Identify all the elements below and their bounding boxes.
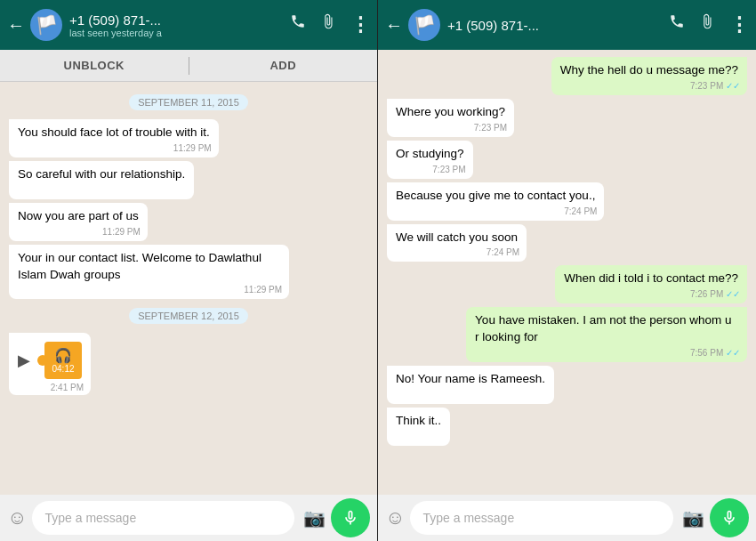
more-icon[interactable]: ⋮ [350,13,370,36]
right-phone-icon[interactable] [669,13,685,36]
avatar-flag: 🏳️ [36,14,58,36]
right-camera-button[interactable]: 📷 [682,507,704,529]
right-input-placeholder: Type a message [422,511,514,525]
audio-duration: 04:12 [52,364,74,374]
right-avatar-flag: 🏳️ [414,14,436,36]
right-message-6: When did i told i to contact me?? 7:26 P… [555,265,747,303]
left-chat-panel: ← 🏳️ +1 (509) 871-... last seen yesterda… [0,0,378,541]
audio-time: 2:41 PM [51,383,84,392]
right-message-7: You have mistaken. I am not the person w… [466,307,747,362]
add-button[interactable]: ADD [189,52,378,79]
message-2: So careful with our relationship. [9,161,194,199]
audio-message: ▶ 🎧 04:12 2:41 PM [9,333,91,395]
camera-button[interactable]: 📷 [303,507,326,529]
audio-controls: ▶ 🎧 04:12 [18,342,82,379]
right-back-button[interactable]: ← [385,15,403,36]
right-message-input[interactable]: Type a message [410,501,673,535]
phone-icon[interactable] [290,13,306,36]
contact-name: +1 (509) 871-... [69,12,290,28]
headphone-icon: 🎧 [54,347,72,364]
right-message-8: No! Your name is Rameesh. [387,366,554,404]
right-more-icon[interactable]: ⋮ [729,13,749,36]
message-4: Your in our contact list. Welcome to Daw… [9,245,289,300]
left-mic-button[interactable] [331,498,370,537]
right-contact-info[interactable]: +1 (509) 871-... [447,18,669,33]
read-ticks-1: ✓✓ [726,81,740,91]
emoji-button[interactable]: ☺ [7,506,27,529]
msg-time-4: 11:29 PM [244,284,282,296]
read-ticks-6: ✓✓ [726,289,740,299]
right-mic-button[interactable] [710,498,749,537]
right-header: ← 🏳️ +1 (509) 871-... ⋮ [378,0,756,50]
right-header-icons: ⋮ [669,13,749,36]
msg-time-3: 11:29 PM [102,226,141,238]
header-icons: ⋮ [290,13,370,36]
right-attach-icon[interactable] [699,13,715,36]
contact-info[interactable]: +1 (509) 871-... last seen yesterday a [69,12,290,38]
left-message-input[interactable]: Type a message [32,501,294,535]
message-1: You should face lot of trouble with it. … [9,119,219,157]
message-3: Now you are part of us 11:29 PM [9,203,148,241]
action-bar: UNBLOCK ADD [0,50,377,82]
left-input-bar: ☺ Type a message 📷 [0,495,377,541]
right-msg-time-7: 7:56 PM ✓✓ [690,347,740,359]
attach-icon[interactable] [320,13,336,36]
date-badge-sep12: SEPTEMBER 12, 2015 [129,308,248,324]
right-message-5: We will catch you soon 7:24 PM [387,224,527,262]
audio-duration-thumb: 🎧 04:12 [44,342,82,379]
right-msg-time-4: 7:24 PM [564,206,597,218]
avatar: 🏳️ [30,9,62,41]
right-message-2: Where you working? 7:23 PM [387,99,514,137]
right-msg-time-3: 7:23 PM [432,164,465,176]
read-ticks-7: ✓✓ [726,348,740,358]
right-emoji-button[interactable]: ☺ [385,506,405,529]
back-button[interactable]: ← [7,15,25,36]
contact-status: last seen yesterday a [69,28,290,38]
play-button[interactable]: ▶ [18,351,30,370]
left-input-placeholder: Type a message [44,511,136,525]
right-chat-panel: ← 🏳️ +1 (509) 871-... ⋮ Why the hell do … [378,0,756,541]
unblock-button[interactable]: UNBLOCK [0,52,189,79]
right-msg-time-2: 7:23 PM [474,122,507,134]
right-message-3: Or studying? 7:23 PM [387,141,473,179]
right-msg-time-1: 7:23 PM ✓✓ [690,80,740,93]
right-contact-name: +1 (509) 871-... [447,18,669,33]
msg-time-1: 11:29 PM [173,142,212,155]
right-chat-area: Why the hell do u message me?? 7:23 PM ✓… [378,50,756,495]
left-header: ← 🏳️ +1 (509) 871-... last seen yesterda… [0,0,377,50]
right-msg-time-6: 7:26 PM ✓✓ [690,288,740,301]
right-input-bar: ☺ Type a message 📷 [378,495,756,541]
right-message-9: Think it.. [387,408,450,446]
right-avatar: 🏳️ [408,9,440,41]
right-message-4: Because you give me to contact you., 7:2… [387,182,604,221]
right-msg-time-5: 7:24 PM [487,246,519,259]
date-badge-sep11: SEPTEMBER 11, 2015 [129,94,248,110]
left-chat-area: SEPTEMBER 11, 2015 You should face lot o… [0,82,377,495]
right-message-1: Why the hell do u message me?? 7:23 PM ✓… [551,57,747,95]
